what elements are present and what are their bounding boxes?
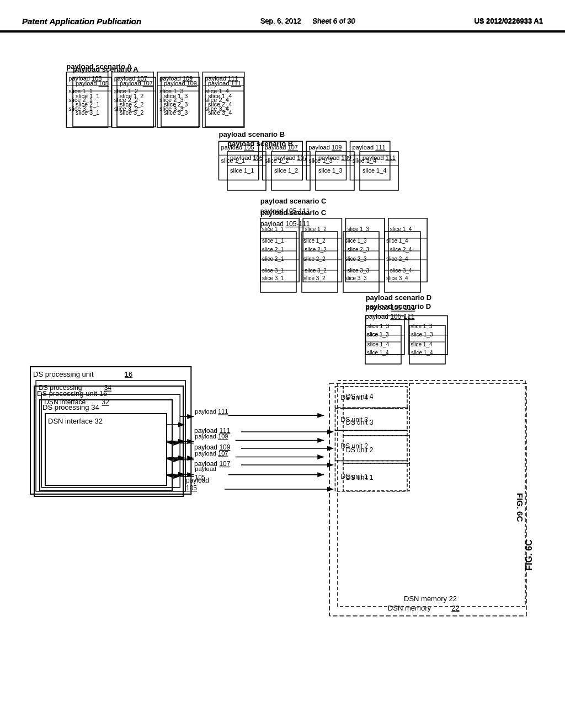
svg-text:payload scenario B: payload scenario B [219,130,285,138]
svg-text:payload 105-111: payload 105-111 [366,304,415,312]
svg-text:DS unit 2: DS unit 2 [340,442,368,450]
svg-text:slice 1_3: slice 1_3 [367,323,390,329]
svg-text:slice 3_4: slice 3_4 [390,267,412,274]
svg-text:slice 1_4: slice 1_4 [205,88,229,94]
svg-text:slice 1_1: slice 1_1 [68,88,93,94]
svg-text:slice 3_4: slice 3_4 [205,105,229,112]
svg-text:DSN interface: DSN interface [44,398,86,406]
svg-text:payload 105-111: payload 105-111 [260,207,310,215]
svg-text:DS unit 1: DS unit 1 [340,473,368,480]
svg-text:payload 107: payload 107 [195,450,228,457]
svg-text:slice 1_2: slice 1_2 [265,157,289,164]
svg-text:payload 109: payload 109 [308,144,342,151]
svg-text:slice 1_4: slice 1_4 [390,226,412,232]
svg-text:slice 2_4: slice 2_4 [205,97,229,103]
svg-text:22: 22 [451,604,460,612]
svg-text:slice 2_2: slice 2_2 [305,247,327,253]
svg-text:DSN memory: DSN memory [388,604,431,612]
svg-text:slice 2_1: slice 2_1 [262,247,284,253]
svg-rect-117 [36,381,185,491]
svg-text:payload: payload [195,465,216,472]
svg-text:payload 109: payload 109 [195,433,228,440]
svg-text:slice 1_2: slice 1_2 [305,226,327,232]
svg-text:slice 2_4: slice 2_4 [390,247,412,253]
svg-text:payload 111: payload 111 [195,408,228,415]
diagram-area: DS processing unit 16 DS processing 34 D… [22,55,543,706]
svg-text:payload scenario A: payload scenario A [66,62,132,71]
svg-text:16: 16 [125,370,133,378]
svg-text:slice 2_3: slice 2_3 [347,247,369,253]
svg-text:slice 3_2: slice 3_2 [305,267,327,274]
svg-text:slice 3_1: slice 3_1 [262,267,284,274]
svg-text:DS processing: DS processing [39,384,82,392]
svg-text:slice 3_3: slice 3_3 [159,105,184,112]
svg-text:payload 105: payload 105 [221,144,254,151]
svg-text:payload 111: payload 111 [205,75,238,82]
svg-text:slice 1_1: slice 1_1 [262,226,284,232]
svg-text:slice 1_4: slice 1_4 [367,341,390,347]
svg-rect-120 [41,394,180,488]
svg-text:slice 1_3: slice 1_3 [159,88,184,94]
svg-text:slice 2_1: slice 2_1 [68,97,93,103]
svg-text:DS processing unit: DS processing unit [33,370,94,378]
svg-text:32: 32 [102,398,110,406]
diagram-svg: DS processing unit 16 DS processing 34 D… [22,55,543,706]
sheet-info: Sheet 6 of 30 [312,17,355,25]
svg-text:payload 105: payload 105 [68,75,102,82]
svg-text:slice 2_3: slice 2_3 [159,97,184,103]
svg-text:slice 1_4: slice 1_4 [411,341,433,347]
svg-text:slice 1_4: slice 1_4 [353,157,377,164]
svg-text:slice 3_1: slice 3_1 [68,105,93,112]
svg-text:105: 105 [195,474,205,480]
svg-text:slice 1_1: slice 1_1 [221,157,246,164]
svg-text:34: 34 [104,384,112,392]
svg-text:slice 1_3: slice 1_3 [308,157,333,164]
svg-text:payload 107: payload 107 [265,144,298,151]
patent-number: US 2012/0226933 A1 [474,17,543,25]
header-meta: Sep. 6, 2012 Sheet 6 of 30 [260,17,355,25]
svg-text:slice 1_2: slice 1_2 [114,88,138,94]
header: Patent Application Publication Sep. 6, 2… [0,17,565,31]
pub-date: Sep. 6, 2012 [260,17,301,25]
svg-text:payload 107: payload 107 [114,75,147,82]
svg-text:DS unit 3: DS unit 3 [340,416,368,424]
svg-text:slice 2_2: slice 2_2 [114,97,138,103]
svg-text:payload scenario D: payload scenario D [366,293,432,302]
svg-text:slice 1_3: slice 1_3 [411,323,433,329]
svg-text:payload 109: payload 109 [159,75,193,82]
svg-text:slice 3_3: slice 3_3 [347,267,369,274]
page: Patent Application Publication Sep. 6, 2… [0,0,565,728]
svg-text:slice 3_2: slice 3_2 [114,105,138,112]
svg-text:slice 1_3: slice 1_3 [347,226,369,232]
svg-text:payload 111: payload 111 [353,144,386,151]
svg-text:payload scenario C: payload scenario C [260,197,327,205]
svg-text:DS unit 4: DS unit 4 [340,394,368,402]
svg-text:FIG. 6C: FIG. 6C [524,539,534,571]
publication-title: Patent Application Publication [22,17,141,26]
